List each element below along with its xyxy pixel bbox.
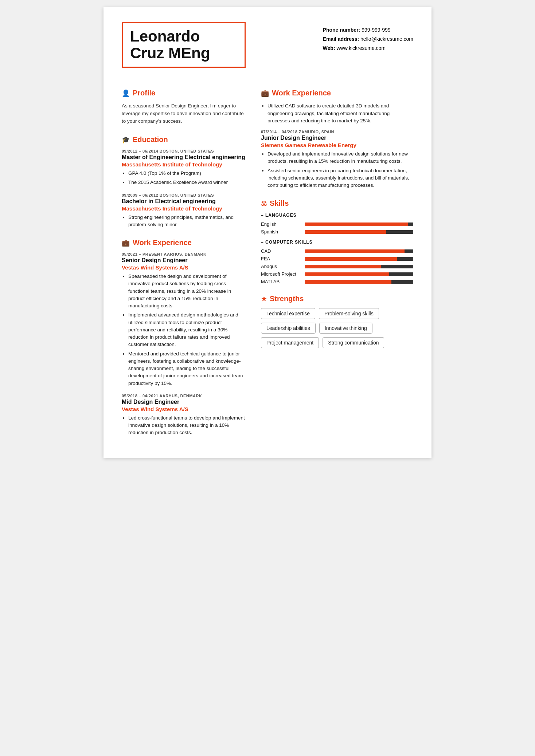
work-right-icon: 💼 <box>261 89 269 97</box>
education-icon: 🎓 <box>122 136 130 144</box>
strength-tag-1: Problem-solving skills <box>319 308 379 319</box>
edu2-bullets: Strong engineering principles, mathemati… <box>122 214 246 229</box>
name-box: Leonardo Cruz MEng <box>122 22 246 68</box>
left-column: 👤 Profile As a seasoned Senior Design En… <box>122 79 246 443</box>
comp-label-0: CAD <box>261 248 301 254</box>
work3-bullets: Developed and implemented innovative des… <box>261 150 413 189</box>
work3-bullet-2: Assisted senior engineers in preparing t… <box>268 167 413 189</box>
comp-bar-fill-3 <box>305 272 389 276</box>
work1-bullet-1: Spearheaded the design and development o… <box>128 273 246 310</box>
lang-bar-fill-1 <box>305 230 386 234</box>
strength-tag-5: Strong communication <box>323 337 384 348</box>
work1-bullet-3: Mentored and provided technical guidance… <box>128 350 246 387</box>
phone-label: Phone number: <box>323 27 360 33</box>
comp-bar-bg-1 <box>305 257 413 261</box>
work-right-section-title: 💼 Work Experience <box>261 89 413 97</box>
comp-bar-fill-1 <box>305 257 397 261</box>
work-right-continued-bullet: Utilized CAD software to create detailed… <box>268 102 413 125</box>
comp-bar-fill-0 <box>305 249 405 253</box>
lang-bar-fill-0 <box>305 223 408 226</box>
work2-meta: 05/2018 – 04/2021 Aarhus, Denmark <box>122 394 246 398</box>
comp-row-1: FEA <box>261 256 413 261</box>
web-value: www.kickresume.com <box>336 45 386 51</box>
work3-meta: 07/2014 – 04/2018 Zamudio, Spain <box>261 130 413 134</box>
edu2-org: Massachusetts Institute of Technology <box>122 205 246 212</box>
profile-icon: 👤 <box>122 89 130 97</box>
skills-icon: ⚖ <box>261 200 267 208</box>
lang-bar-bg-0 <box>305 223 413 226</box>
comp-label-2: Abaqus <box>261 264 301 269</box>
language-row-1: Spanish <box>261 229 413 235</box>
languages-subsection-title: – LANGUAGES <box>261 213 413 218</box>
profile-section-title: 👤 Profile <box>122 89 246 97</box>
work-left-icon: 💼 <box>122 239 130 247</box>
work-entry-3: 07/2014 – 04/2018 Zamudio, Spain Junior … <box>261 130 413 189</box>
email-label: Email address: <box>323 36 359 42</box>
comp-label-3: Microsoft Project <box>261 271 301 277</box>
work2-org: Vestas Wind Systems A/S <box>122 406 246 412</box>
edu1-title: Master of Engineering Electrical enginee… <box>122 154 246 161</box>
strength-tag-4: Project management <box>261 337 319 348</box>
comp-row-4: MATLAB <box>261 279 413 284</box>
work1-bullets: Spearheaded the design and development o… <box>122 273 246 387</box>
education-section-title: 🎓 Education <box>122 135 246 144</box>
edu2-title: Bachelor in Electrical engineering <box>122 198 246 205</box>
edu1-bullet-1: GPA 4.0 (Top 1% of the Program) <box>128 170 246 177</box>
work-left-section-title: 💼 Work Experience <box>122 239 246 247</box>
comp-bar-fill-4 <box>305 280 391 284</box>
languages-bars: English Spanish <box>261 221 413 235</box>
resume-document: Leonardo Cruz MEng Phone number: 999-999… <box>104 7 431 458</box>
work3-org: Siemens Gamesa Renewable Energy <box>261 142 413 148</box>
strength-tag-0: Technical expertise <box>261 308 315 319</box>
email-row: Email address: hello@kickresume.com <box>323 35 413 44</box>
computer-bars: CAD FEA Abaqus Microsoft Project MATLAB <box>261 248 413 284</box>
work-right-continued: Utilized CAD software to create detailed… <box>261 102 413 125</box>
comp-bar-fill-2 <box>305 265 381 268</box>
comp-label-1: FEA <box>261 256 301 261</box>
edu2-bullet-1: Strong engineering principles, mathemati… <box>128 214 246 229</box>
profile-text: As a seasoned Senior Design Engineer, I'… <box>122 102 246 125</box>
comp-row-0: CAD <box>261 248 413 254</box>
work2-bullets: Led cross-functional teams to develop an… <box>122 414 246 437</box>
comp-bar-bg-3 <box>305 272 413 276</box>
comp-row-2: Abaqus <box>261 264 413 269</box>
phone-row: Phone number: 999-999-999 <box>323 25 413 35</box>
lang-label-0: English <box>261 221 301 227</box>
education-title-text: Education <box>133 135 168 144</box>
profile-title-text: Profile <box>133 89 155 97</box>
contact-info: Phone number: 999-999-999 Email address:… <box>323 22 413 53</box>
skills-section-title: ⚖ Skills <box>261 199 413 208</box>
comp-bar-bg-2 <box>305 265 413 268</box>
candidate-name: Leonardo Cruz MEng <box>130 28 237 62</box>
strength-tag-2: Leadership abilities <box>261 323 316 334</box>
education-entry-2: 09/2009 – 06/2012 Boston, United States … <box>122 193 246 229</box>
strength-tag-3: Innovative thinking <box>319 323 372 334</box>
web-label: Web: <box>323 45 335 51</box>
work1-title: Senior Design Engineer <box>122 257 246 264</box>
comp-bar-bg-4 <box>305 280 413 284</box>
strengths-grid: Technical expertiseProblem-solving skill… <box>261 308 413 348</box>
strengths-section-title: ★ Strengths <box>261 295 413 303</box>
lang-bar-bg-1 <box>305 230 413 234</box>
web-row: Web: www.kickresume.com <box>323 44 413 53</box>
edu1-bullets: GPA 4.0 (Top 1% of the Program) The 2015… <box>122 170 246 186</box>
work-left-title-text: Work Experience <box>133 239 192 247</box>
comp-row-3: Microsoft Project <box>261 271 413 277</box>
edu1-org: Massachusetts Institute of Technology <box>122 161 246 168</box>
computer-subsection-title: – COMPUTER SKILLS <box>261 240 413 245</box>
work1-bullet-2: Implemented advanced design methodologie… <box>128 311 246 348</box>
edu1-meta: 09/2012 – 06/2014 Boston, United States <box>122 149 246 153</box>
phone-value: 999-999-999 <box>362 27 390 33</box>
comp-label-4: MATLAB <box>261 279 301 284</box>
work3-title: Junior Design Engineer <box>261 135 413 141</box>
edu2-meta: 09/2009 – 06/2012 Boston, United States <box>122 193 246 197</box>
top-section: Leonardo Cruz MEng Phone number: 999-999… <box>122 22 413 68</box>
strengths-icon: ★ <box>261 295 267 303</box>
two-col-layout: 👤 Profile As a seasoned Senior Design En… <box>122 79 413 443</box>
strengths-title-text: Strengths <box>270 295 304 303</box>
skills-title-text: Skills <box>270 199 289 208</box>
lang-label-1: Spanish <box>261 229 301 235</box>
work2-bullet-1: Led cross-functional teams to develop an… <box>128 414 246 437</box>
work1-org: Vestas Wind Systems A/S <box>122 264 246 271</box>
education-entry-1: 09/2012 – 06/2014 Boston, United States … <box>122 149 246 186</box>
